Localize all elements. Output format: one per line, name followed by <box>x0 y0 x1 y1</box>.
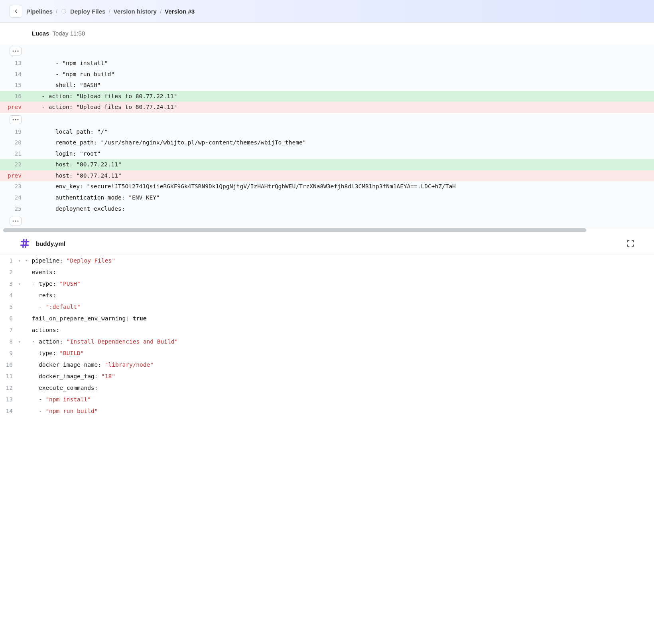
line-number: 21 <box>0 148 27 160</box>
crumb-sep: / <box>108 8 110 15</box>
dots-icon <box>12 119 19 121</box>
code-line: execute_commands: <box>16 382 654 394</box>
line-number: 11 <box>0 371 16 382</box>
fold-toggle-icon[interactable]: ▾ <box>18 280 21 288</box>
code-line: remote_path: "/usr/share/nginx/wbijto.pl… <box>27 137 654 148</box>
line-number: 14 <box>0 69 27 80</box>
code-row: 7 actions: <box>0 324 654 336</box>
code-line: - "npm run build" <box>16 405 654 417</box>
code-row: 10 docker_image_name: "library/node" <box>0 359 654 371</box>
header-bar: Pipelines / Deploy Files / Version histo… <box>0 0 654 23</box>
code-line: - "npm install" <box>16 394 654 405</box>
back-button[interactable] <box>10 5 22 18</box>
author-time: Today 11:50 <box>53 30 85 37</box>
diff-row: 23 env_key: "secure!JT5Ol2741QsiieRGKF9G… <box>0 181 654 192</box>
line-number: 2 <box>0 267 16 278</box>
code-line: type: "BUILD" <box>16 348 654 359</box>
crumb-sep: / <box>160 8 162 15</box>
svg-point-7 <box>13 221 14 222</box>
code-line: actions: <box>16 324 654 336</box>
code-line: - action: "Install Dependencies and Buil… <box>16 336 654 348</box>
svg-point-1 <box>13 51 14 52</box>
line-number: 12 <box>0 382 16 394</box>
code-line: login: "root" <box>27 148 654 160</box>
code-row: 9 type: "BUILD" <box>0 348 654 359</box>
fold-toggle-icon[interactable]: ▾ <box>18 257 21 265</box>
dots-icon <box>12 220 19 222</box>
svg-point-6 <box>18 119 19 120</box>
diff-row: 24 authentication_mode: "ENV_KEY" <box>0 192 654 203</box>
line-number: 8▾ <box>0 336 16 348</box>
dots-icon <box>12 50 19 52</box>
svg-point-5 <box>15 119 16 120</box>
code-line: host: "80.77.24.11" <box>27 170 654 182</box>
svg-point-0 <box>62 9 66 14</box>
code-line: host: "80.77.22.11" <box>27 159 654 170</box>
svg-point-4 <box>13 119 14 120</box>
expand-button[interactable] <box>626 239 635 248</box>
diff-row: 20 remote_path: "/usr/share/nginx/wbijto… <box>0 137 654 148</box>
code-line: authentication_mode: "ENV_KEY" <box>27 192 654 203</box>
svg-point-9 <box>18 221 19 222</box>
crumb-project[interactable]: Deploy Files <box>70 8 105 15</box>
code-line: shell: "BASH" <box>27 80 654 91</box>
svg-point-2 <box>15 51 16 52</box>
diff-row: 13 - "npm install" <box>0 58 654 69</box>
expand-context-button[interactable] <box>10 47 22 55</box>
breadcrumb: Pipelines / Deploy Files / Version histo… <box>26 8 195 15</box>
code-view: 1▾- pipeline: "Deploy Files"2 events:3▾ … <box>0 255 654 417</box>
code-row: 13 - "npm install" <box>0 394 654 405</box>
diff-row: 16- action: "Upload files to 80.77.22.11… <box>0 91 654 102</box>
code-line: - action: "Upload files to 80.77.22.11" <box>27 91 654 102</box>
pipeline-icon <box>61 8 67 14</box>
line-number: 5 <box>0 301 16 313</box>
line-number: prev <box>0 102 27 113</box>
code-row: 4 refs: <box>0 290 654 301</box>
code-line: env_key: "secure!JT5Ol2741QsiieRGKF9Gk4T… <box>27 181 654 192</box>
code-row: 5 - ":default" <box>0 301 654 313</box>
diff-row: prev- action: "Upload files to 80.77.24.… <box>0 102 654 113</box>
line-number: 13 <box>0 58 27 69</box>
code-line: - pipeline: "Deploy Files" <box>16 255 654 267</box>
code-row: 3▾ - type: "PUSH" <box>0 278 654 290</box>
code-line: docker_image_tag: "18" <box>16 371 654 382</box>
file-name: buddy.yml <box>36 240 65 247</box>
diff-row: 19 local_path: "/" <box>0 126 654 138</box>
line-number: 24 <box>0 192 27 203</box>
code-row: 12 execute_commands: <box>0 382 654 394</box>
svg-point-8 <box>15 221 16 222</box>
line-number: 14 <box>0 405 16 417</box>
expand-context-button[interactable] <box>10 217 22 225</box>
code-line: - "npm install" <box>27 58 654 69</box>
chevron-left-icon <box>13 8 19 14</box>
code-line: - ":default" <box>16 301 654 313</box>
hash-icon <box>19 238 30 249</box>
expand-context-button[interactable] <box>10 115 22 124</box>
line-number: 15 <box>0 80 27 91</box>
diff-row: 22 host: "80.77.22.11" <box>0 159 654 170</box>
line-number: prev <box>0 170 27 182</box>
line-number: 1▾ <box>0 255 16 267</box>
code-line: - action: "Upload files to 80.77.24.11" <box>27 102 654 113</box>
code-row: 2 events: <box>0 267 654 278</box>
fold-toggle-icon[interactable]: ▾ <box>18 338 21 346</box>
code-row: 14 - "npm run build" <box>0 405 654 417</box>
crumb-pipelines[interactable]: Pipelines <box>26 8 53 15</box>
line-number: 19 <box>0 126 27 138</box>
horizontal-scrollbar[interactable] <box>0 228 654 232</box>
code-line: - type: "PUSH" <box>16 278 654 290</box>
crumb-current: Version #3 <box>165 8 195 15</box>
code-line: refs: <box>16 290 654 301</box>
diff-view: 13 - "npm install"14 - "npm run build"15… <box>0 44 654 228</box>
diff-row: 21 login: "root" <box>0 148 654 160</box>
crumb-sep: / <box>56 8 57 15</box>
file-header: buddy.yml <box>0 232 654 255</box>
line-number: 13 <box>0 394 16 405</box>
code-row: 11 docker_image_tag: "18" <box>0 371 654 382</box>
line-number: 10 <box>0 359 16 371</box>
code-row: 1▾- pipeline: "Deploy Files" <box>0 255 654 267</box>
crumb-section[interactable]: Version history <box>114 8 157 15</box>
code-line: - "npm run build" <box>27 69 654 80</box>
line-number: 4 <box>0 290 16 301</box>
line-number: 7 <box>0 324 16 336</box>
